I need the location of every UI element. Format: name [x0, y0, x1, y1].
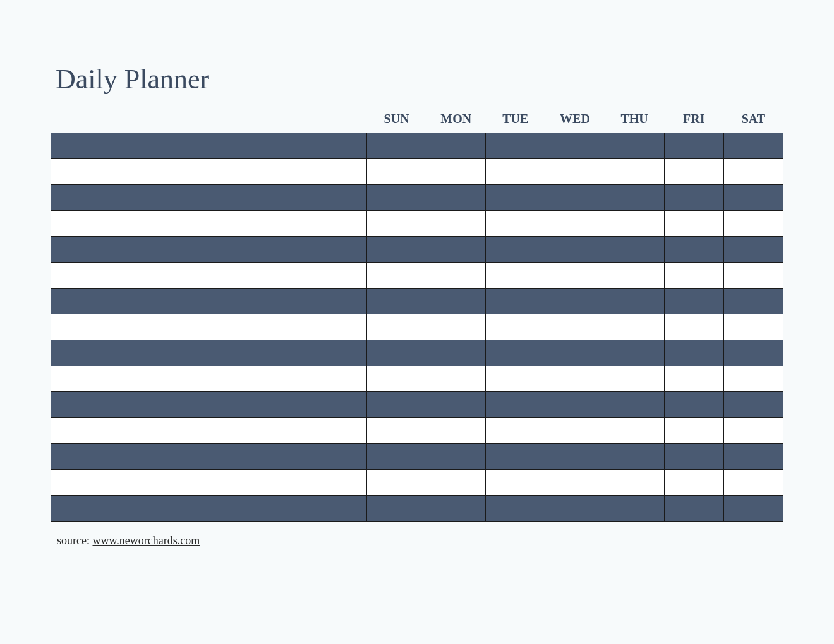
day-cell[interactable]: [426, 340, 486, 366]
day-cell[interactable]: [723, 496, 783, 522]
day-cell[interactable]: [723, 133, 783, 159]
day-cell[interactable]: [664, 133, 723, 159]
day-cell[interactable]: [426, 392, 486, 418]
day-cell[interactable]: [605, 470, 664, 496]
day-cell[interactable]: [426, 133, 486, 159]
day-cell[interactable]: [664, 289, 723, 314]
day-cell[interactable]: [605, 133, 664, 159]
day-cell[interactable]: [664, 159, 723, 185]
day-cell[interactable]: [723, 237, 783, 263]
task-cell[interactable]: [51, 392, 367, 418]
day-cell[interactable]: [545, 366, 605, 392]
day-cell[interactable]: [426, 496, 486, 522]
day-cell[interactable]: [367, 289, 426, 314]
day-cell[interactable]: [367, 392, 426, 418]
task-cell[interactable]: [51, 185, 367, 211]
day-cell[interactable]: [367, 237, 426, 263]
day-cell[interactable]: [605, 314, 664, 340]
task-cell[interactable]: [51, 340, 367, 366]
task-cell[interactable]: [51, 496, 367, 522]
day-cell[interactable]: [486, 418, 545, 444]
day-cell[interactable]: [545, 289, 605, 314]
day-cell[interactable]: [664, 392, 723, 418]
day-cell[interactable]: [545, 133, 605, 159]
day-cell[interactable]: [723, 159, 783, 185]
day-cell[interactable]: [605, 418, 664, 444]
day-cell[interactable]: [486, 263, 545, 289]
day-cell[interactable]: [664, 314, 723, 340]
day-cell[interactable]: [723, 263, 783, 289]
day-cell[interactable]: [664, 263, 723, 289]
day-cell[interactable]: [367, 159, 426, 185]
day-cell[interactable]: [605, 289, 664, 314]
day-cell[interactable]: [605, 185, 664, 211]
day-cell[interactable]: [426, 366, 486, 392]
source-link[interactable]: www.neworchards.com: [92, 534, 200, 547]
day-cell[interactable]: [545, 418, 605, 444]
day-cell[interactable]: [545, 185, 605, 211]
day-cell[interactable]: [664, 470, 723, 496]
day-cell[interactable]: [723, 366, 783, 392]
day-cell[interactable]: [486, 470, 545, 496]
day-cell[interactable]: [486, 366, 545, 392]
day-cell[interactable]: [605, 496, 664, 522]
day-cell[interactable]: [486, 392, 545, 418]
day-cell[interactable]: [426, 289, 486, 314]
day-cell[interactable]: [723, 392, 783, 418]
day-cell[interactable]: [426, 263, 486, 289]
day-cell[interactable]: [723, 444, 783, 470]
task-cell[interactable]: [51, 470, 367, 496]
day-cell[interactable]: [545, 340, 605, 366]
day-cell[interactable]: [367, 314, 426, 340]
day-cell[interactable]: [605, 211, 664, 237]
day-cell[interactable]: [426, 211, 486, 237]
day-cell[interactable]: [486, 340, 545, 366]
task-cell[interactable]: [51, 314, 367, 340]
day-cell[interactable]: [367, 444, 426, 470]
task-cell[interactable]: [51, 133, 367, 159]
day-cell[interactable]: [723, 185, 783, 211]
day-cell[interactable]: [664, 340, 723, 366]
day-cell[interactable]: [545, 392, 605, 418]
day-cell[interactable]: [367, 418, 426, 444]
task-cell[interactable]: [51, 289, 367, 314]
task-cell[interactable]: [51, 237, 367, 263]
day-cell[interactable]: [367, 133, 426, 159]
day-cell[interactable]: [545, 159, 605, 185]
day-cell[interactable]: [486, 185, 545, 211]
day-cell[interactable]: [426, 418, 486, 444]
day-cell[interactable]: [545, 211, 605, 237]
day-cell[interactable]: [605, 444, 664, 470]
day-cell[interactable]: [723, 314, 783, 340]
day-cell[interactable]: [486, 496, 545, 522]
day-cell[interactable]: [605, 159, 664, 185]
day-cell[interactable]: [664, 366, 723, 392]
day-cell[interactable]: [545, 237, 605, 263]
day-cell[interactable]: [605, 366, 664, 392]
day-cell[interactable]: [664, 211, 723, 237]
task-cell[interactable]: [51, 444, 367, 470]
day-cell[interactable]: [367, 340, 426, 366]
day-cell[interactable]: [367, 211, 426, 237]
task-cell[interactable]: [51, 211, 367, 237]
task-cell[interactable]: [51, 159, 367, 185]
day-cell[interactable]: [486, 237, 545, 263]
task-cell[interactable]: [51, 418, 367, 444]
day-cell[interactable]: [426, 159, 486, 185]
day-cell[interactable]: [545, 314, 605, 340]
day-cell[interactable]: [426, 185, 486, 211]
day-cell[interactable]: [426, 314, 486, 340]
day-cell[interactable]: [486, 444, 545, 470]
day-cell[interactable]: [545, 444, 605, 470]
day-cell[interactable]: [486, 159, 545, 185]
day-cell[interactable]: [486, 314, 545, 340]
day-cell[interactable]: [664, 496, 723, 522]
day-cell[interactable]: [367, 470, 426, 496]
day-cell[interactable]: [723, 418, 783, 444]
day-cell[interactable]: [545, 263, 605, 289]
day-cell[interactable]: [605, 340, 664, 366]
day-cell[interactable]: [605, 392, 664, 418]
day-cell[interactable]: [545, 496, 605, 522]
day-cell[interactable]: [426, 237, 486, 263]
task-cell[interactable]: [51, 263, 367, 289]
